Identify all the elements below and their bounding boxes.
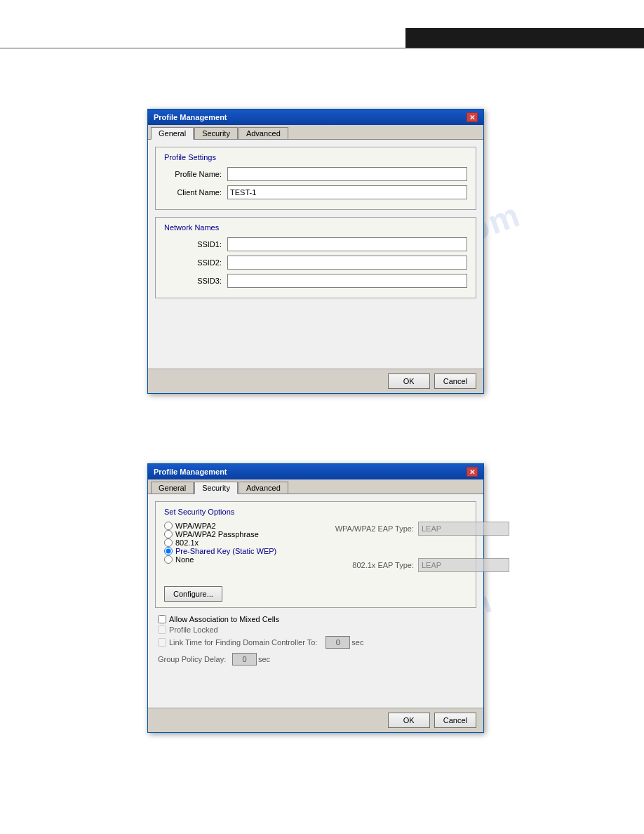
link-time-row: Link Time for Finding Domain Controller … — [158, 636, 474, 649]
ssid2-label: SSID2: — [164, 258, 227, 267]
radio-802-1x: 802.1x — [164, 538, 318, 547]
profile-locked-label: Profile Locked — [169, 626, 218, 634]
dialog1-tabs: General Security Advanced — [148, 125, 483, 140]
group-policy-label: Group Policy Delay: — [158, 655, 228, 663]
profile-locked-checkbox[interactable] — [158, 626, 166, 634]
tab-security-2[interactable]: Security — [194, 482, 238, 494]
empty-area-1 — [155, 305, 476, 362]
security-two-col: WPA/WPA2 WPA/WPA2 Passphrase 802.1x Pre-… — [164, 522, 467, 575]
radio-wpa-wpa2: WPA/WPA2 — [164, 522, 318, 530]
top-bar — [405, 28, 644, 48]
group-policy-input[interactable] — [232, 653, 257, 666]
tab-general-2[interactable]: General — [151, 482, 194, 494]
dialog2-footer: OK Cancel — [148, 708, 483, 732]
dialog1-titlebar: Profile Management ✕ — [148, 110, 483, 125]
dialog2-cancel-button[interactable]: Cancel — [434, 713, 476, 728]
ssid3-row: SSID3: — [164, 274, 467, 288]
radio-802-1x-input[interactable] — [164, 538, 173, 547]
dialog1-ok-button[interactable]: OK — [388, 373, 430, 389]
radio-pre-shared-key: Pre-Shared Key (Static WEP) — [164, 547, 318, 555]
network-names-group: Network Names SSID1: SSID2: SSID3: — [155, 217, 476, 298]
dot1x-eap-row: 802.1x EAP Type: LEAP — [330, 558, 516, 572]
ssid2-row: SSID2: — [164, 256, 467, 270]
configure-row: Configure... — [164, 581, 467, 602]
dialog1-cancel-button[interactable]: Cancel — [434, 373, 476, 389]
radio-none-input[interactable] — [164, 555, 173, 564]
profile-name-row: Profile Name: — [164, 167, 467, 181]
radio-wpa-wpa2-input[interactable] — [164, 522, 173, 530]
radio-column: WPA/WPA2 WPA/WPA2 Passphrase 802.1x Pre-… — [164, 522, 318, 575]
client-name-input[interactable] — [227, 185, 467, 199]
ssid1-row: SSID1: — [164, 237, 467, 251]
horizontal-line — [0, 48, 644, 48]
profile-locked-row: Profile Locked — [158, 626, 474, 634]
security-options-group: Set Security Options WPA/WPA2 WPA/WPA2 P… — [155, 501, 476, 608]
ssid2-input[interactable] — [227, 256, 467, 270]
dialog1-close-button[interactable]: ✕ — [467, 112, 478, 122]
link-time-input[interactable] — [326, 636, 350, 649]
link-time-spinbox: sec — [326, 636, 363, 649]
client-name-label: Client Name: — [164, 188, 227, 197]
link-time-unit: sec — [351, 638, 363, 647]
group-policy-spinbox: sec — [232, 653, 270, 666]
security-options-title: Set Security Options — [164, 508, 467, 516]
profile-settings-title: Profile Settings — [164, 153, 467, 161]
dot1x-eap-label: 802.1x EAP Type: — [330, 561, 414, 569]
dialog2-content: Set Security Options WPA/WPA2 WPA/WPA2 P… — [148, 494, 483, 708]
allow-mixed-cells-label: Allow Association to Mixed Cells — [169, 615, 279, 623]
tab-general-1[interactable]: General — [151, 127, 194, 140]
group-policy-unit: sec — [258, 655, 270, 663]
profile-management-dialog-2: Profile Management ✕ General Security Ad… — [147, 463, 484, 733]
dialog1-title: Profile Management — [154, 113, 227, 121]
profile-name-input[interactable] — [227, 167, 467, 181]
ssid3-label: SSID3: — [164, 277, 227, 285]
spacer-eap — [330, 541, 516, 555]
tab-security-1[interactable]: Security — [194, 127, 238, 139]
radio-wpa-wpa2-label: WPA/WPA2 — [175, 522, 216, 530]
link-time-label: Link Time for Finding Domain Controller … — [169, 638, 317, 647]
wpa-eap-row: WPA/WPA2 EAP Type: LEAP — [330, 522, 516, 536]
ssid1-input[interactable] — [227, 237, 467, 251]
dialog1-footer: OK Cancel — [148, 369, 483, 393]
link-time-checkbox[interactable] — [158, 638, 166, 647]
wpa-eap-select-container: LEAP — [418, 522, 516, 536]
wpa-eap-label: WPA/WPA2 EAP Type: — [330, 524, 414, 533]
ssid1-label: SSID1: — [164, 240, 227, 249]
tab-advanced-2[interactable]: Advanced — [239, 482, 288, 494]
profile-management-dialog-1: Profile Management ✕ General Security Ad… — [147, 109, 484, 394]
ssid3-input[interactable] — [227, 274, 467, 288]
tab-advanced-1[interactable]: Advanced — [239, 127, 288, 139]
radio-wpa-passphrase: WPA/WPA2 Passphrase — [164, 530, 318, 538]
allow-mixed-cells-checkbox[interactable] — [158, 615, 166, 623]
empty-area-2 — [155, 666, 476, 701]
radio-wpa-passphrase-input[interactable] — [164, 530, 173, 538]
group-policy-row: Group Policy Delay: sec — [158, 653, 474, 666]
configure-button[interactable]: Configure... — [164, 586, 222, 602]
allow-mixed-cells-row: Allow Association to Mixed Cells — [158, 615, 474, 623]
client-name-row: Client Name: — [164, 185, 467, 199]
radio-none-label: None — [175, 555, 194, 564]
radio-pre-shared-key-label: Pre-Shared Key (Static WEP) — [175, 547, 276, 555]
dialog2-close-button[interactable]: ✕ — [467, 467, 478, 477]
wpa-eap-select[interactable]: LEAP — [418, 522, 509, 536]
radio-wpa-passphrase-label: WPA/WPA2 Passphrase — [175, 530, 259, 538]
profile-name-label: Profile Name: — [164, 170, 227, 178]
radio-pre-shared-key-input[interactable] — [164, 547, 173, 555]
dialog2-tabs: General Security Advanced — [148, 479, 483, 494]
dot1x-eap-select-container: LEAP — [418, 558, 516, 572]
dialog1-content: Profile Settings Profile Name: Client Na… — [148, 140, 483, 369]
dot1x-eap-select[interactable]: LEAP — [418, 558, 509, 572]
dialog2-ok-button[interactable]: OK — [388, 713, 430, 728]
radio-none: None — [164, 555, 318, 564]
profile-settings-group: Profile Settings Profile Name: Client Na… — [155, 147, 476, 210]
dialog2-title: Profile Management — [154, 468, 227, 476]
eap-column: WPA/WPA2 EAP Type: LEAP 802.1x EAP Type: — [330, 522, 516, 575]
radio-802-1x-label: 802.1x — [175, 538, 199, 547]
dialog2-titlebar: Profile Management ✕ — [148, 464, 483, 479]
network-names-title: Network Names — [164, 223, 467, 232]
additional-options: Allow Association to Mixed Cells Profile… — [155, 615, 476, 666]
